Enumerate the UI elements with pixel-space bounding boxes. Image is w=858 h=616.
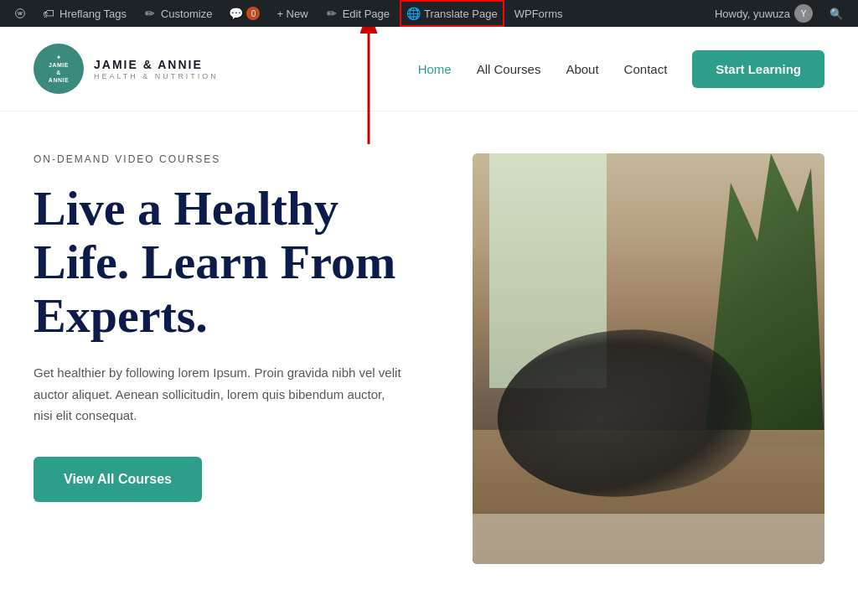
site-header: ✦JAMIE&ANNIE JAMIE & ANNIE HEALTH & NUTR…: [0, 27, 858, 111]
nav-home[interactable]: Home: [418, 62, 452, 76]
user-avatar: Y: [794, 4, 813, 23]
svg-text:W: W: [18, 11, 23, 16]
comment-count: 0: [246, 7, 260, 20]
translate-page-menu[interactable]: 🌐 Translate Page: [400, 0, 504, 27]
view-all-courses-button[interactable]: View All Courses: [34, 457, 202, 502]
comments-menu[interactable]: 💬 0: [222, 0, 266, 27]
logo-circle: ✦JAMIE&ANNIE: [34, 44, 84, 94]
logo-subtitle: HEALTH & NUTRITION: [94, 72, 219, 80]
search-icon: 🔍: [830, 8, 843, 20]
hero-label: ON-DEMAND VIDEO COURSES: [34, 153, 439, 165]
admin-bar-right: Howdy, yuwuza Y 🔍: [708, 0, 850, 27]
hreflang-tags-menu[interactable]: 🏷 Hreflang Tags: [35, 0, 133, 27]
translate-page-label: Translate Page: [424, 8, 498, 20]
logo-text-block: JAMIE & ANNIE HEALTH & NUTRITION: [94, 57, 219, 80]
nav-about[interactable]: About: [566, 62, 598, 76]
hero-title: Live a Healthy Life. Learn From Experts.: [34, 182, 439, 342]
edit-page-label: Edit Page: [343, 8, 390, 20]
new-label: + New: [277, 8, 308, 20]
search-button[interactable]: 🔍: [823, 0, 850, 27]
nav-all-courses[interactable]: All Courses: [477, 62, 541, 76]
hero-section: ON-DEMAND VIDEO COURSES Live a Healthy L…: [0, 111, 858, 598]
translate-icon: 🌐: [406, 7, 420, 20]
mat-element: [473, 514, 824, 564]
hero-description: Get healthier by following lorem Ipsum. …: [34, 362, 402, 427]
hreflang-icon: 🏷: [42, 7, 55, 20]
wpforms-menu[interactable]: WPForms: [508, 0, 570, 27]
wp-logo[interactable]: W: [8, 2, 32, 25]
nav-contact[interactable]: Contact: [624, 62, 668, 76]
new-menu[interactable]: + New: [270, 0, 314, 27]
hreflang-label: Hreflang Tags: [59, 8, 127, 20]
site-nav: Home All Courses About Contact Start Lea…: [418, 50, 824, 88]
customize-icon: ✏: [143, 7, 157, 20]
comment-icon: 💬: [229, 7, 242, 20]
customize-label: Customize: [161, 8, 212, 20]
start-learning-button[interactable]: Start Learning: [692, 50, 824, 88]
logo-name: JAMIE & ANNIE: [94, 57, 219, 72]
hero-content: ON-DEMAND VIDEO COURSES Live a Healthy L…: [34, 153, 439, 502]
edit-icon: ✏: [325, 7, 339, 20]
howdy-label: Howdy, yuwuza: [715, 8, 790, 20]
site-logo: ✦JAMIE&ANNIE JAMIE & ANNIE HEALTH & NUTR…: [34, 44, 219, 94]
edit-page-menu[interactable]: ✏ Edit Page: [318, 0, 396, 27]
hero-photo-bg: [473, 153, 824, 564]
hero-image: [473, 153, 824, 564]
howdy-menu[interactable]: Howdy, yuwuza Y: [708, 0, 819, 27]
customize-menu[interactable]: ✏ Customize: [137, 0, 219, 27]
wpforms-label: WPForms: [514, 8, 563, 20]
admin-bar: W 🏷 Hreflang Tags ✏ Customize 💬 0 + New …: [0, 0, 858, 27]
